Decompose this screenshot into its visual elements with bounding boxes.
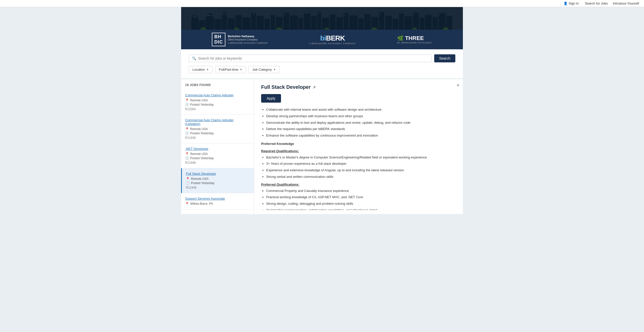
job-card-4[interactable]: Full Stack Developer 📍 Remote USA 🕐 Post… <box>181 168 254 193</box>
svg-rect-45 <box>209 15 210 16</box>
job-title-4[interactable]: Full Stack Developer <box>186 172 250 176</box>
jobs-found-label: 19 JOBS FOUND <box>181 83 254 90</box>
preferred-qual-item: Outstanding communication, collaboration… <box>266 208 456 210</box>
jobcategory-filter-label: Job Category <box>252 68 272 71</box>
svg-rect-37 <box>420 18 424 30</box>
job-card-3[interactable]: .NET Developer 📍 Remote USA 🕐 Posted Yes… <box>181 143 254 168</box>
three-brand: 🌿 THREE BY BERKSHIRE HATHAWAY <box>397 35 432 44</box>
fullparttime-filter[interactable]: Full/Part-time ▼ <box>215 66 246 73</box>
job-id-1: R12004 <box>185 107 250 111</box>
job-card-1[interactable]: Commercial Auto Claims Adjuster 📍 Remote… <box>181 90 254 115</box>
svg-rect-53 <box>439 15 440 15</box>
preferred-qualifications-list: Commercial Property and Casualty insuran… <box>266 188 456 210</box>
job-posted-3: 🕐 Posted Yesterday <box>185 156 250 160</box>
svg-rect-2 <box>192 15 197 30</box>
svg-rect-9 <box>228 18 235 30</box>
responsibility-item: Develop strong partnerships with busines… <box>266 114 456 119</box>
job-detail-content: Collaborate with internal teams and assi… <box>261 107 456 210</box>
filter-row: Location ▼ Full/Part-time ▼ Job Category… <box>189 66 455 73</box>
content-area: 19 JOBS FOUND Commercial Auto Claims Adj… <box>181 79 463 214</box>
svg-rect-41 <box>446 16 452 30</box>
location-icon-3: 📍 <box>185 152 189 156</box>
svg-rect-10 <box>235 15 242 30</box>
job-id-2: R11930 <box>185 136 250 140</box>
search-section: 🔍 Search Location ▼ Full/Part-time ▼ Job… <box>181 49 463 78</box>
bhdic-text: Berkshire Hathaway Direct Insurance Comp… <box>228 34 268 45</box>
svg-rect-24 <box>330 15 336 30</box>
job-posted-2: 🕐 Posted Yesterday <box>185 132 250 135</box>
svg-rect-46 <box>223 13 224 14</box>
job-id-4: R11948 <box>186 186 250 189</box>
job-location-4: 📍 Remote USA <box>186 177 250 181</box>
job-location-3: 📍 Remote USA <box>185 152 250 156</box>
svg-rect-34 <box>399 14 404 30</box>
job-location-1: 📍 Remote USA <box>185 99 250 102</box>
introduce-yourself-link[interactable]: Introduce Yourself <box>613 2 639 5</box>
search-input-wrap[interactable]: 🔍 <box>189 55 432 62</box>
svg-rect-20 <box>304 14 310 30</box>
svg-rect-27 <box>349 15 358 30</box>
job-card-2[interactable]: Commercial Auto Claims Adjuster (Litigat… <box>181 115 254 143</box>
top-nav-links: Search for Jobs Introduce Yourself <box>585 2 639 5</box>
clock-icon-3: 🕐 <box>185 156 189 160</box>
page-wrapper: BHDIC Berkshire Hathaway Direct Insuranc… <box>181 7 463 224</box>
brand-bar: BHDIC Berkshire Hathaway Direct Insuranc… <box>181 30 463 49</box>
svg-rect-6 <box>215 19 221 30</box>
sign-in-button[interactable]: 👤 Sign In <box>564 2 579 5</box>
svg-rect-42 <box>194 17 195 17</box>
svg-rect-18 <box>290 15 298 30</box>
job-posted-4: 🕐 Posted Yesterday <box>186 181 250 185</box>
clock-icon-1: 🕐 <box>185 103 189 106</box>
job-title-3[interactable]: .NET Developer <box>185 147 250 151</box>
svg-rect-33 <box>393 19 398 30</box>
job-location-2: 📍 Remote USA <box>185 127 250 131</box>
preferred-knowledge-heading: Preferred Knowledge <box>261 141 456 147</box>
search-icon: 🔍 <box>192 56 196 60</box>
search-for-jobs-link[interactable]: Search for Jobs <box>585 2 608 5</box>
preferred-qual-item: Strong design, coding, debugging and pro… <box>266 201 456 206</box>
responsibility-item: Collaborate with internal teams and assi… <box>266 107 456 112</box>
responsibility-item: Deliver the required capabilities per bi… <box>266 127 456 132</box>
location-filter[interactable]: Location ▼ <box>189 66 213 73</box>
location-icon-4: 📍 <box>186 177 190 181</box>
jobcategory-filter[interactable]: Job Category ▼ <box>249 66 279 73</box>
user-icon: 👤 <box>564 2 568 5</box>
svg-rect-47 <box>253 15 254 15</box>
svg-rect-36 <box>413 13 419 30</box>
svg-rect-52 <box>413 14 414 15</box>
search-button[interactable]: Search <box>434 54 455 62</box>
three-logo: 🌿 THREE <box>397 35 432 42</box>
svg-rect-17 <box>284 13 289 30</box>
svg-rect-19 <box>298 18 303 30</box>
close-detail-button[interactable]: × <box>457 83 459 88</box>
svg-rect-25 <box>336 17 343 30</box>
top-navigation: 👤 Sign In Search for Jobs Introduce Your… <box>0 0 644 7</box>
bhdic-logo-box: BHDIC <box>212 33 225 46</box>
job-title-1[interactable]: Commercial Auto Claims Adjuster <box>185 93 250 97</box>
svg-rect-38 <box>425 15 432 30</box>
sign-in-label: Sign In <box>569 2 579 5</box>
bhdic-brand: BHDIC Berkshire Hathaway Direct Insuranc… <box>212 33 268 46</box>
required-qualifications-list: Bachelor's or Master's degree in Compute… <box>266 155 456 180</box>
search-input[interactable] <box>198 56 428 60</box>
svg-rect-39 <box>432 17 438 30</box>
responsibilities-list: Collaborate with internal teams and assi… <box>266 107 456 138</box>
fullparttime-filter-label: Full/Part-time <box>219 68 238 71</box>
svg-rect-40 <box>438 13 446 30</box>
apply-button[interactable]: Apply <box>261 94 281 103</box>
svg-rect-13 <box>257 16 264 30</box>
jobcategory-chevron-icon: ▼ <box>273 68 276 71</box>
svg-rect-22 <box>317 12 321 30</box>
skyline-svg <box>181 8 463 30</box>
biberk-brand: biBERK A BERKSHIRE HATHAWAY COMPANY <box>309 34 356 45</box>
preferred-qualifications-heading: Preferred Qualifications: <box>261 182 456 187</box>
location-filter-label: Location <box>192 68 205 71</box>
job-title-2[interactable]: Commercial Auto Claims Adjuster (Litigat… <box>185 118 250 126</box>
job-title-5[interactable]: Support Services Associate <box>185 197 250 200</box>
fullparttime-chevron-icon: ▼ <box>240 68 242 71</box>
job-detail-panel: × Full Stack Developer ↗ Apply Collabora… <box>254 79 463 210</box>
skyline-banner <box>181 7 463 30</box>
job-card-5[interactable]: Support Services Associate 📍 Wilkes-Barr… <box>181 193 254 210</box>
svg-rect-29 <box>364 14 371 30</box>
job-posted-1: 🕐 Posted Yesterday <box>185 103 250 106</box>
